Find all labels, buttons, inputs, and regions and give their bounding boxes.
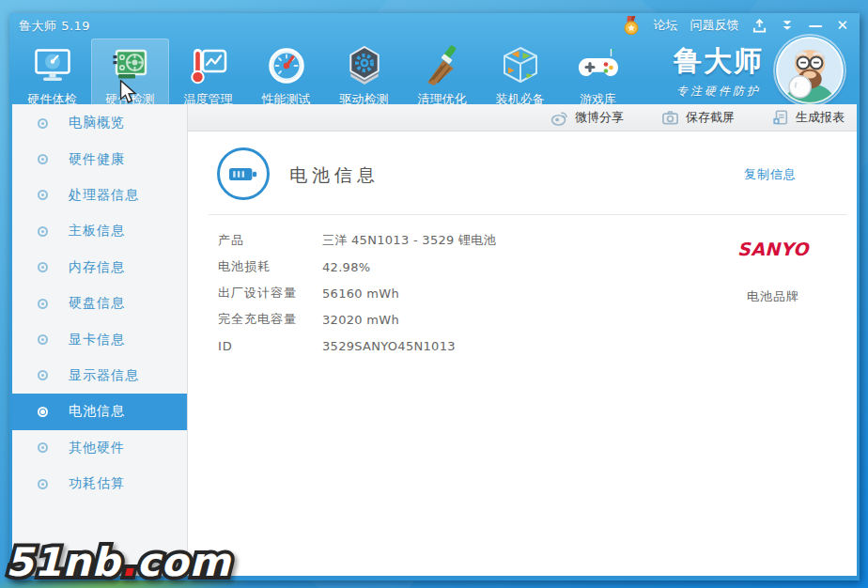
generate-report-button[interactable]: 生成报表 (772, 109, 845, 126)
info-row-full-charge-capacity: 完全充电容量 32020 mWh (218, 306, 496, 333)
app-window: 鲁大师 5.19 论坛 问题反馈 (9, 13, 860, 580)
minimize-button[interactable]: — (808, 19, 822, 33)
radio-ring-icon (38, 407, 48, 417)
sidebar-item-power-estimate[interactable]: 功耗估算 (12, 466, 187, 502)
info-row-wear-level: 电池损耗 42.98% (218, 254, 496, 280)
radio-ring-icon (38, 334, 48, 345)
radio-ring-icon (38, 370, 48, 380)
mascot-avatar[interactable] (775, 36, 845, 105)
cube-icon (499, 44, 542, 87)
sidebar-item-hardware-health[interactable]: 硬件健康 (12, 141, 187, 177)
nav-item-essentials[interactable]: 装机必备 (481, 39, 559, 114)
radio-ring-icon (38, 190, 48, 200)
battery-brand-caption: 电池品牌 (738, 288, 808, 305)
report-icon (772, 109, 789, 126)
battery-brand-box: SANYO 电池品牌 (738, 223, 808, 305)
nav-item-hardware-checkup[interactable]: 硬件体检 (13, 39, 91, 114)
page-title: 电池信息 (289, 163, 380, 188)
sidebar-item-gpu-info[interactable]: 显卡信息 (12, 321, 187, 357)
sidebar-item-disk-info[interactable]: 硬盘信息 (12, 286, 187, 321)
sidebar-item-battery-info[interactable]: 电池信息 (12, 394, 187, 429)
sidebar-item-memory-info[interactable]: 内存信息 (12, 250, 187, 286)
copy-info-link[interactable]: 复制信息 (744, 166, 797, 183)
nav-item-driver-detect[interactable]: 驱动检测 (325, 39, 403, 114)
sanyo-logo: SANYO (738, 223, 808, 275)
nav-item-cleanup[interactable]: 清理优化 (403, 39, 481, 114)
nav-item-temperature[interactable]: 温度管理 (169, 39, 247, 114)
titlebar[interactable]: 鲁大师 5.19 论坛 问题反馈 (9, 13, 860, 38)
nav-item-game-library[interactable]: 游戏库 (559, 39, 637, 114)
main-panel: 微博分享 保存截屏 (188, 104, 857, 576)
sidebar-item-computer-overview[interactable]: 电脑概览 (12, 105, 187, 141)
radio-ring-icon (38, 226, 48, 237)
sidebar-item-motherboard-info[interactable]: 主板信息 (12, 213, 187, 249)
battery-info-panel: 电池信息 复制信息 产品 三洋 45N1013 - 3529 锂电池 电池损耗 … (188, 132, 857, 576)
brand-name: 鲁大师 (674, 42, 764, 81)
update-icon[interactable] (752, 18, 767, 34)
window-title: 鲁大师 5.19 (19, 18, 90, 35)
sidebar-item-cpu-info[interactable]: 处理器信息 (12, 178, 187, 213)
brand-slogan: 专注硬件防护 (674, 84, 764, 100)
desktop: 鲁大师 5.19 论坛 问题反馈 (0, 0, 868, 588)
radio-ring-icon (38, 479, 48, 489)
main-nav: 硬件体检 硬件检测 (13, 39, 637, 114)
driver-hexagon-icon (343, 44, 386, 87)
battery-info-rows: 产品 三洋 45N1013 - 3529 锂电池 电池损耗 42.98% 出厂设… (218, 227, 496, 359)
nav-item-hardware-detect[interactable]: 硬件检测 (91, 39, 169, 114)
nav-item-benchmark[interactable]: 性能测试 (247, 39, 325, 114)
forum-link[interactable]: 论坛 (653, 17, 677, 34)
info-row-design-capacity: 出厂设计容量 56160 mWh (218, 280, 496, 306)
divider (209, 214, 847, 215)
broom-icon (421, 44, 464, 87)
info-row-id: ID 3529SANYO45N1013 (218, 333, 496, 359)
sidebar: 电脑概览 硬件健康 处理器信息 主板信息 内存信息 硬盘信息 显卡信息 显示器信… (12, 104, 188, 576)
radio-ring-icon (38, 154, 48, 164)
battery-icon (217, 147, 270, 200)
sidebar-item-other-hardware[interactable]: 其他硬件 (12, 430, 187, 466)
app-body: 电脑概览 硬件健康 处理器信息 主板信息 内存信息 硬盘信息 显卡信息 显示器信… (12, 104, 857, 576)
radio-ring-icon (38, 442, 48, 453)
medal-icon[interactable] (622, 15, 641, 36)
secondary-toolbar: 微博分享 保存截屏 (188, 104, 857, 132)
brand-area: 鲁大师 专注硬件防护 (674, 36, 845, 105)
gauge-icon (265, 44, 308, 87)
gamepad-icon (577, 44, 620, 87)
radio-ring-icon (38, 118, 48, 129)
monitor-radar-icon (31, 44, 74, 87)
brand-text: 鲁大师 专注硬件防护 (674, 42, 764, 100)
gpu-card-icon (109, 44, 152, 87)
close-button[interactable]: ✕ (836, 19, 848, 33)
sidebar-item-display-info[interactable]: 显示器信息 (12, 358, 187, 394)
titlebar-controls: 论坛 问题反馈 — ✕ (622, 13, 848, 38)
camera-icon (661, 109, 679, 127)
weibo-icon (550, 109, 568, 127)
info-row-product: 产品 三洋 45N1013 - 3529 锂电池 (218, 227, 496, 254)
feedback-link[interactable]: 问题反馈 (690, 17, 738, 34)
radio-ring-icon (38, 299, 48, 309)
radio-ring-icon (38, 262, 48, 272)
weibo-share-button[interactable]: 微博分享 (550, 109, 624, 127)
save-screenshot-button[interactable]: 保存截屏 (661, 109, 735, 127)
thermometer-icon (187, 44, 230, 87)
menu-chevron-icon[interactable] (781, 19, 794, 32)
